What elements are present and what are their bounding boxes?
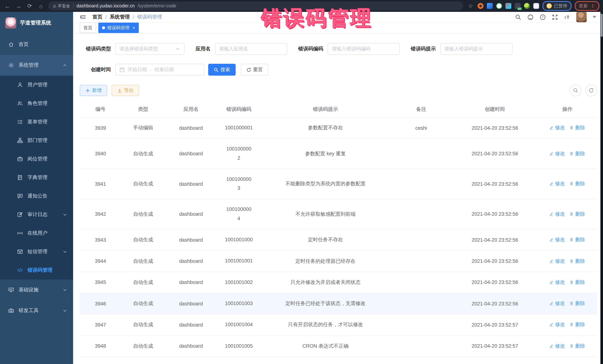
extension-icon[interactable]	[505, 3, 511, 9]
chevron-down-icon[interactable]	[593, 16, 596, 18]
date-range-picker[interactable]: 开始日期 - 结束日期	[116, 64, 204, 76]
chevron-down-icon	[63, 309, 67, 313]
delete-icon	[570, 259, 574, 263]
sidebar-item-字典管理[interactable]: 字典管理	[0, 168, 73, 187]
edit-button[interactable]: 修改	[550, 343, 565, 349]
error-code-input[interactable]: 请输入错误码编码	[328, 43, 400, 55]
edit-button[interactable]: 修改	[550, 236, 565, 243]
github-icon[interactable]	[527, 14, 533, 20]
puzzle-extension-icon[interactable]	[533, 3, 539, 9]
app-logo	[5, 17, 16, 29]
sidebar-item-基础设施[interactable]: 基础设施	[0, 279, 73, 300]
sidebar-item-错误码管理[interactable]: 错误码管理	[0, 261, 73, 279]
close-icon[interactable]: ×	[132, 25, 135, 30]
home-icon[interactable]: ⌂	[37, 2, 45, 10]
edit-button[interactable]: 修改	[550, 300, 565, 307]
delete-button[interactable]: 删除	[570, 321, 585, 328]
extension-icon[interactable]: on	[515, 3, 521, 9]
delete-button[interactable]: 删除	[570, 180, 585, 187]
font-size-icon[interactable]: TT	[564, 14, 570, 20]
sidebar-item-在线用户[interactable]: 在线用户	[0, 224, 73, 243]
update-button[interactable]: 更新 ⋮	[575, 1, 599, 11]
cell-app: dashboard	[165, 139, 217, 169]
error-type-select[interactable]: 请选择错误码类型	[116, 43, 185, 55]
sidebar-item-菜单管理[interactable]: 菜单管理	[0, 113, 73, 131]
edit-button[interactable]: 修改	[550, 211, 565, 218]
help-icon[interactable]: ?	[540, 14, 546, 20]
sidebar-item-岗位管理[interactable]: 岗位管理	[0, 150, 73, 168]
toggle-search-button[interactable]	[570, 85, 581, 96]
delete-button[interactable]: 删除	[570, 124, 585, 131]
scrollbar-thumb[interactable]	[601, 14, 603, 37]
extension-icon[interactable]	[524, 3, 530, 9]
tab-error-code[interactable]: 错误码管理 ×	[98, 22, 139, 33]
error-msg-input[interactable]: 请输入错误码提示	[440, 43, 512, 55]
edit-icon	[550, 238, 554, 242]
extension-icon[interactable]	[496, 3, 502, 9]
bookmark-star-icon[interactable]: ☆	[467, 2, 474, 10]
reset-button[interactable]: 重置	[241, 64, 268, 76]
export-button[interactable]: 导出	[112, 85, 139, 96]
edit-icon	[550, 301, 554, 306]
tab-home[interactable]: 首页	[80, 22, 96, 33]
delete-button[interactable]: 删除	[570, 343, 585, 349]
extension-icon[interactable]	[487, 3, 493, 9]
back-icon[interactable]: ←	[4, 2, 11, 10]
search-icon[interactable]	[515, 14, 521, 20]
paused-badge[interactable]: 已暂停	[543, 1, 571, 11]
add-button[interactable]: 新增	[80, 85, 107, 96]
cell-actions: 修改删除	[537, 229, 597, 251]
user-avatar[interactable]	[576, 12, 587, 22]
edit-button[interactable]: 修改	[550, 124, 565, 131]
extension-icon[interactable]	[477, 3, 484, 9]
breadcrumb-item[interactable]: 系统管理	[110, 14, 130, 20]
sidebar-item-label: 部门管理	[27, 137, 47, 144]
scrollbar[interactable]	[600, 12, 603, 364]
edit-button[interactable]: 修改	[550, 279, 565, 286]
app-name-input[interactable]: 请输入应用名	[215, 43, 287, 55]
hamburger-icon[interactable]	[80, 14, 86, 20]
cell-app: dashboard	[165, 335, 217, 357]
reload-icon[interactable]: ⟳	[26, 2, 33, 10]
sidebar-item-系统管理[interactable]: 系统管理	[0, 55, 73, 76]
delete-icon	[570, 301, 574, 306]
sidebar-item-用户管理[interactable]: 用户管理	[0, 76, 73, 94]
edit-button[interactable]: 修改	[550, 180, 565, 187]
sidebar-item-审计日志[interactable]: 审计日志	[0, 205, 73, 224]
edit-button[interactable]: 修改	[550, 321, 565, 328]
forward-icon[interactable]: →	[15, 2, 22, 10]
address-bar[interactable]: ⚠ 不安全 dashboard.yudao.iocoder.cn/system/…	[48, 1, 463, 10]
sidebar-item-短信管理[interactable]: 短信管理	[0, 243, 73, 261]
cell-memo	[390, 314, 452, 336]
delete-button[interactable]: 删除	[570, 150, 585, 157]
search-icon	[573, 88, 578, 93]
cell-memo: ceshi	[390, 117, 452, 139]
edit-button[interactable]: 修改	[550, 150, 565, 157]
delete-button[interactable]: 删除	[570, 258, 585, 265]
app-logo-row[interactable]: 芋道管理系统	[0, 12, 73, 34]
breadcrumb-item[interactable]: 首页	[93, 14, 103, 20]
delete-button[interactable]: 删除	[570, 236, 585, 243]
cell-time: 2021-04-20 23:52:56	[452, 117, 537, 139]
fullscreen-icon[interactable]	[552, 14, 558, 20]
sidebar-item-角色管理[interactable]: 角色管理	[0, 94, 73, 113]
dictionary-icon	[17, 175, 23, 180]
cell-app: dashboard	[165, 251, 217, 272]
search-button[interactable]: 搜索	[208, 64, 236, 76]
url-host: dashboard.yudao.iocoder.cn	[76, 3, 135, 9]
delete-icon	[570, 238, 574, 242]
sidebar-item-部门管理[interactable]: 部门管理	[0, 131, 73, 150]
sidebar-item-首页[interactable]: 首页	[0, 34, 73, 55]
table-row: 3939手动编辑dashboard1001000001参数配置不存在ceshi2…	[80, 117, 597, 139]
cell-msg: 参数配置不存在	[261, 117, 390, 139]
sidebar-item-通知公告[interactable]: 通知公告	[0, 187, 73, 205]
cell-memo	[390, 293, 452, 314]
refresh-table-button[interactable]	[585, 85, 597, 96]
delete-button[interactable]: 删除	[570, 279, 585, 286]
edit-button[interactable]: 修改	[550, 258, 565, 265]
delete-button[interactable]: 删除	[570, 300, 585, 307]
delete-button[interactable]: 删除	[570, 211, 585, 218]
filter-code-label: 错误码编码	[298, 46, 323, 52]
sidebar-item-研发工具[interactable]: 研发工具	[0, 300, 73, 321]
browser-menu-icon[interactable]: ⋮	[591, 3, 595, 8]
